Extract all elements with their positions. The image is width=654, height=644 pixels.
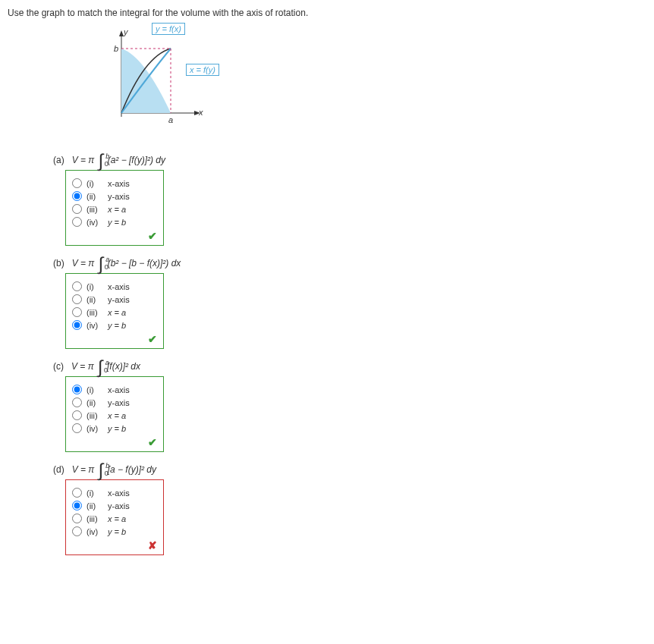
option-row[interactable]: (iv)y = b [72, 320, 157, 330]
option-value: y = b [108, 218, 126, 227]
options-box: (i)x-axis(ii)y-axis(iii)x = a(iv)y = b✔ [65, 376, 164, 452]
option-radio[interactable] [72, 191, 82, 201]
option-roman: (iv) [86, 321, 103, 330]
option-row[interactable]: (iv)y = b [72, 526, 157, 536]
part-label: (d) [53, 464, 64, 475]
options-box: (i)x-axis(ii)y-axis(iii)x = a(iv)y = b✘ [65, 479, 164, 555]
curve-label-side: x = f(y) [186, 64, 219, 76]
check-icon: ✔ [72, 333, 157, 345]
option-value: y-axis [108, 295, 130, 304]
cross-icon: ✘ [72, 539, 157, 551]
option-roman: (ii) [86, 398, 103, 407]
option-value: x = a [108, 205, 126, 214]
option-row[interactable]: (ii)y-axis [72, 294, 157, 304]
y-axis-label: y [123, 27, 129, 36]
x-axis-label: x [198, 108, 203, 117]
problem-header: (d)V = π ∫b0 [a − f(y)]² dy [53, 464, 646, 475]
option-row[interactable]: (i)x-axis [72, 385, 157, 394]
option-roman: (i) [86, 488, 103, 498]
option-roman: (i) [86, 282, 103, 291]
integral-expression: V = π ∫b0 [a − f(y)]² dy [72, 464, 156, 475]
graph-figure: y b a x y = f(x) x = f(y) [99, 26, 250, 140]
option-row[interactable]: (i)x-axis [72, 281, 157, 291]
option-roman: (i) [86, 179, 103, 188]
option-radio[interactable] [72, 526, 82, 536]
option-value: y-axis [108, 398, 130, 407]
option-radio[interactable] [72, 217, 82, 227]
options-box: (i)x-axis(ii)y-axis(iii)x = a(iv)y = b✔ [65, 170, 164, 246]
option-roman: (iii) [86, 514, 103, 523]
check-icon: ✔ [72, 436, 157, 448]
options-box: (i)x-axis(ii)y-axis(iii)x = a(iv)y = b✔ [65, 273, 164, 349]
option-row[interactable]: (iii)x = a [72, 307, 157, 317]
option-roman: (iv) [86, 218, 103, 227]
option-radio[interactable] [72, 397, 82, 407]
option-row[interactable]: (iii)x = a [72, 410, 157, 420]
integrand: [a − f(y)]² dy [105, 464, 156, 475]
option-roman: (ii) [86, 192, 103, 201]
option-value: y-axis [108, 501, 130, 510]
option-radio[interactable] [72, 423, 82, 433]
part-label: (b) [53, 258, 64, 269]
option-radio[interactable] [72, 281, 82, 291]
option-radio[interactable] [72, 294, 82, 304]
integrand: (a² − [f(y)]²) dy [105, 155, 165, 165]
integrand: [f(x)]² dx [105, 361, 140, 372]
question-prompt: Use the graph to match the integral for … [8, 8, 646, 18]
option-row[interactable]: (iii)x = a [72, 514, 157, 523]
b-label: b [114, 44, 118, 53]
option-radio[interactable] [72, 178, 82, 188]
option-row[interactable]: (iv)y = b [72, 217, 157, 227]
option-row[interactable]: (iii)x = a [72, 204, 157, 214]
option-value: x-axis [108, 179, 130, 188]
integral-expression: V = π ∫a0 [f(x)]² dx [71, 361, 140, 372]
option-radio[interactable] [72, 307, 82, 317]
option-roman: (iv) [86, 527, 103, 536]
option-roman: (iii) [86, 308, 103, 317]
part-label: (c) [53, 361, 64, 372]
option-row[interactable]: (ii)y-axis [72, 191, 157, 201]
option-row[interactable]: (i)x-axis [72, 178, 157, 188]
option-radio[interactable] [72, 514, 82, 523]
option-value: y = b [108, 321, 126, 330]
option-value: x = a [108, 411, 126, 420]
option-roman: (iii) [86, 205, 103, 214]
option-value: x = a [108, 514, 126, 523]
integral-expression: V = π ∫a0 (b² − [b − f(x)]²) dx [72, 258, 181, 269]
option-radio[interactable] [72, 385, 82, 394]
graph-svg: y b a x [99, 26, 228, 132]
option-value: y = b [108, 424, 126, 433]
option-value: y-axis [108, 192, 130, 201]
option-roman: (ii) [86, 295, 103, 304]
option-roman: (iv) [86, 424, 103, 433]
option-radio[interactable] [72, 488, 82, 498]
check-icon: ✔ [72, 230, 157, 242]
option-radio[interactable] [72, 501, 82, 510]
option-row[interactable]: (i)x-axis [72, 488, 157, 498]
part-label: (a) [53, 155, 64, 165]
curve-label-top: y = f(x) [152, 23, 185, 35]
option-row[interactable]: (ii)y-axis [72, 501, 157, 510]
option-roman: (ii) [86, 501, 103, 510]
a-label: a [168, 115, 173, 124]
problem-header: (c)V = π ∫a0 [f(x)]² dx [53, 361, 646, 372]
problem-header: (a)V = π ∫b0 (a² − [f(y)]²) dy [53, 155, 646, 165]
option-radio[interactable] [72, 204, 82, 214]
option-roman: (iii) [86, 411, 103, 420]
option-row[interactable]: (ii)y-axis [72, 397, 157, 407]
option-radio[interactable] [72, 410, 82, 420]
option-value: x-axis [108, 488, 130, 498]
option-value: y = b [108, 527, 126, 536]
option-row[interactable]: (iv)y = b [72, 423, 157, 433]
integrand: (b² − [b − f(x)]²) dx [105, 258, 181, 269]
integral-expression: V = π ∫b0 (a² − [f(y)]²) dy [72, 155, 165, 165]
problem-header: (b)V = π ∫a0 (b² − [b − f(x)]²) dx [53, 258, 646, 269]
option-roman: (i) [86, 385, 103, 394]
option-value: x-axis [108, 282, 130, 291]
option-value: x-axis [108, 385, 130, 394]
option-radio[interactable] [72, 320, 82, 330]
option-value: x = a [108, 308, 126, 317]
